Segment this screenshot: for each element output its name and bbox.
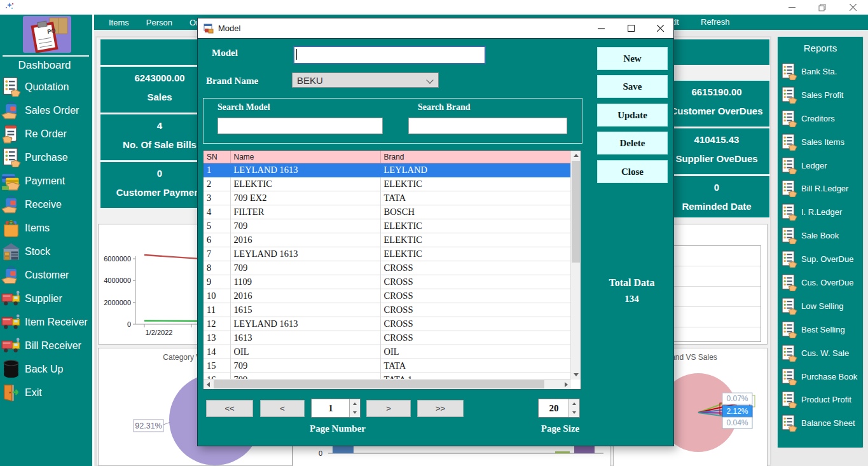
vertical-scrollbar[interactable] (570, 151, 581, 380)
scroll-up-icon[interactable] (571, 151, 581, 160)
sidebar-item-back-up[interactable]: Back Up (1, 357, 92, 381)
report-item-i-r-ledger[interactable]: I. R.Ledger (780, 200, 863, 224)
report-item-sale-book[interactable]: Sale Book (780, 224, 863, 247)
sidebar-item-exit[interactable]: Exit (1, 381, 92, 404)
table-cell: 13 (203, 331, 230, 345)
report-item-sup-overdue[interactable]: Sup. OverDue (780, 247, 863, 271)
report-item-sales-items[interactable]: Sales Items (780, 130, 863, 154)
table-row[interactable]: 131613CROSS (203, 331, 571, 345)
report-item-label: Bill R.Ledger (801, 184, 848, 193)
update-button[interactable]: Update (597, 104, 668, 127)
table-row[interactable]: 111615CROSS (203, 303, 571, 317)
report-item-best-selling[interactable]: Best Selling (780, 318, 863, 341)
sidebar-item-purchase[interactable]: Purchase (1, 146, 92, 169)
spinner-arrows (350, 399, 360, 417)
menu-item-person[interactable]: Person (146, 18, 172, 27)
model-dialog-titlebar[interactable]: Model (198, 18, 673, 39)
table-cell: ELEKTIC (380, 247, 571, 261)
horizontal-scrollbar[interactable] (203, 379, 571, 389)
model-dialog: Model Model Brand Name BEKU Search Model… (197, 18, 674, 446)
sidebar-item-re-order[interactable]: Re Order (1, 122, 92, 146)
models-grid-viewport[interactable]: SNNameBrand 1LEYLAND 1613LEYLAND2ELEKTIC… (203, 151, 571, 380)
sidebar-item-stock[interactable]: Stock (1, 240, 92, 263)
report-item-creditors[interactable]: Creditors (780, 107, 863, 130)
last-page-button[interactable]: >> (417, 400, 464, 417)
report-item-cus-w-sale[interactable]: Cus. W. Sale (780, 341, 863, 365)
reminded-date-value: 0 (664, 182, 769, 193)
svg-text:2000000: 2000000 (104, 299, 131, 306)
save-button[interactable]: Save (597, 75, 668, 98)
page-number-spinner[interactable]: 1 (311, 399, 361, 418)
table-cell: ELEKTIC (230, 177, 380, 191)
sidebar-item-supplier[interactable]: Supplier (1, 287, 92, 310)
next-page-button[interactable]: > (366, 400, 411, 417)
model-input[interactable] (293, 46, 486, 64)
scroll-down-icon[interactable] (571, 370, 581, 380)
column-header-brand[interactable]: Brand (380, 151, 571, 163)
prev-page-button[interactable]: < (260, 400, 305, 417)
sidebar-item-payment[interactable]: Payment (1, 169, 92, 193)
new-button[interactable]: New (597, 47, 668, 70)
close-button[interactable]: Close (597, 160, 668, 183)
scroll-left-icon[interactable] (203, 380, 213, 389)
report-item-purchase-book[interactable]: Purchase Book (780, 365, 863, 388)
sidebar-item-item-receiver[interactable]: Item Receiver (1, 310, 92, 334)
table-cell: 709 EX2 (230, 191, 380, 205)
menu-item-items[interactable]: Items (109, 18, 129, 27)
first-page-button[interactable]: << (206, 400, 253, 417)
table-row[interactable]: 2ELEKTICELEKTIC (203, 177, 571, 191)
main-titlebar[interactable] (0, 0, 868, 15)
table-row[interactable]: 15709TATA (203, 359, 571, 373)
spin-up-icon[interactable] (568, 399, 579, 409)
spin-down-icon[interactable] (568, 408, 579, 417)
column-header-name[interactable]: Name (230, 151, 380, 163)
table-row[interactable]: 3709 EX2TATA (203, 191, 571, 205)
sidebar-item-quotation[interactable]: Quotation (1, 75, 92, 99)
table-row[interactable]: 7LEYLAND 1613ELEKTIC (203, 247, 571, 261)
window-minimize-button[interactable] (782, 1, 801, 13)
search-brand-input[interactable] (408, 118, 567, 134)
window-close-button[interactable] (843, 1, 862, 13)
horizontal-scroll-thumb[interactable] (214, 380, 544, 388)
sidebar-item-items[interactable]: Items (1, 216, 92, 240)
search-model-input[interactable] (217, 118, 383, 134)
models-table: SNNameBrand 1LEYLAND 1613LEYLAND2ELEKTIC… (203, 151, 571, 380)
sidebar-item-receive[interactable]: Receive (1, 193, 92, 216)
dialog-maximize-button[interactable] (621, 21, 640, 35)
column-header-sn[interactable]: SN (203, 151, 230, 163)
spin-up-icon[interactable] (349, 399, 360, 409)
table-row[interactable]: 12LEYLAND 1613CROSS (203, 317, 571, 331)
report-item-bank-sta[interactable]: Bank Sta. (780, 60, 863, 83)
spin-down-icon[interactable] (349, 408, 360, 417)
table-row[interactable]: 1LEYLAND 1613LEYLAND (203, 163, 571, 177)
report-item-ledger[interactable]: Ledger (780, 154, 863, 177)
table-row[interactable]: 5709ELEKTIC (203, 219, 571, 233)
table-row[interactable]: 102016CROSS (203, 289, 571, 303)
report-item-bill-r-ledger[interactable]: Bill R.Ledger (780, 177, 863, 200)
window-restore-button[interactable] (813, 1, 832, 13)
dialog-close-button[interactable] (651, 21, 670, 35)
report-item-sales-profit[interactable]: Sales Profit (780, 83, 863, 107)
table-row[interactable]: 14OILOIL (203, 345, 571, 359)
sidebar-item-sales-order[interactable]: Sales Order (1, 99, 92, 122)
table-row[interactable]: 8709CROSS (203, 261, 571, 275)
table-row[interactable]: 62016ELEKTIC (203, 233, 571, 247)
delete-button[interactable]: Delete (597, 132, 668, 154)
report-item-product-profit[interactable]: Product Profit (780, 388, 863, 411)
vertical-scroll-thumb[interactable] (572, 161, 580, 263)
menu-item-refresh[interactable]: Refresh (701, 17, 730, 27)
sidebar-item-customer[interactable]: Customer (1, 263, 92, 287)
report-item-low-selling[interactable]: Low Selling (780, 294, 863, 318)
page-size-spinner[interactable]: 20 (538, 399, 580, 418)
table-row[interactable]: 4FILTERBOSCH (203, 205, 571, 219)
sidebar-item-bill-receiver[interactable]: Bill Receiver (1, 334, 92, 357)
dialog-minimize-button[interactable] (591, 21, 610, 35)
sidebar-item-label: Purchase (25, 152, 68, 163)
table-row[interactable]: 91109CROSS (203, 275, 571, 289)
brand-name-select[interactable]: BEKU (292, 72, 439, 88)
models-table-header[interactable]: SNNameBrand (203, 151, 571, 163)
report-item-balance-sheet[interactable]: Balance Sheet (780, 411, 863, 435)
report-item-cus-overdue[interactable]: Cus. OverDue (780, 271, 863, 294)
scroll-right-icon[interactable] (561, 380, 571, 389)
sidebar-item-dashboard[interactable]: Dashboard (0, 59, 89, 72)
